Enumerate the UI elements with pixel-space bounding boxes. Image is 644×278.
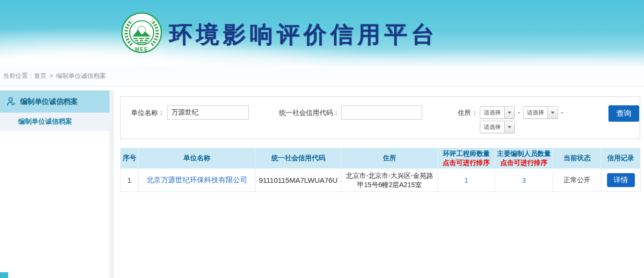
cell-credit-code: 91110115MA7LWUA76U [255,169,341,192]
cell-staff-count: 3 [495,169,553,192]
col-header-staff-count[interactable]: 主要编制人员数量 点击可进行排序 [495,148,553,169]
credit-code-input[interactable] [341,105,422,120]
credit-code-label: 统一社会信用代码： [273,105,340,120]
cell-company: 北京万源世纪环保科技有限公司 [139,169,255,192]
corner-accent-block [0,272,8,278]
sidebar-item-label: 编制单位诚信档案 [18,117,72,126]
sidebar-item-credit-archive[interactable]: 编制单位诚信档案 [0,113,109,131]
cell-index: 1 [121,169,139,192]
col-header-engineer-label: 环评工程师数量 [439,150,494,158]
col-header-index: 序号 [121,148,139,169]
city-select-value: 请选择 [523,107,547,118]
cell-engineer-count: 1 [438,169,495,192]
col-header-address: 住所 [341,148,438,169]
chevron-down-icon[interactable] [504,121,514,133]
sort-hint: 点击可进行排序 [496,159,552,167]
user-check-icon [6,96,16,107]
company-name-label: 单位名称： [125,105,165,120]
select-separator: - [561,106,563,119]
col-header-company: 单位名称 [139,148,255,169]
cell-credit-record: 详情 [601,169,641,192]
page: MEE 环境影响评价信用平台 当前位置：首页>编制单位诚信档案 编制单位诚信档案… [0,0,644,278]
address-label: 住所： [454,105,478,120]
col-header-status: 当前状态 [553,148,601,169]
col-header-credit-record: 信用记录 [601,148,641,169]
site-title: 环境影响评价信用平台 [169,19,438,50]
sort-hint: 点击可进行排序 [439,159,494,167]
province-select-value: 请选择 [480,107,504,118]
chevron-down-icon[interactable] [547,107,558,118]
province-select[interactable]: 请选择 [480,106,515,119]
city-select[interactable]: 请选择 [523,106,558,119]
site-header: MEE 环境影响评价信用平台 [0,0,644,66]
logo-text: MEE [135,47,148,52]
mee-logo: MEE [120,11,163,54]
cell-address: 北京市-北京市-大兴区-金苑路甲15号6幢2层A215室 [341,169,438,192]
table-header-row: 序号 单位名称 统一社会信用代码 住所 环评工程师数量 点击可进行排序 主要编制… [121,148,641,169]
chevron-down-icon[interactable] [504,107,514,118]
col-header-staff-label: 主要编制人员数量 [496,150,552,158]
breadcrumb-separator: > [49,72,53,79]
detail-button[interactable]: 详情 [607,173,635,187]
cell-status: 正常公开 [553,169,601,192]
select-separator: - [518,106,520,119]
company-name-input[interactable] [167,105,249,120]
sidebar-group-label: 编制单位诚信档案 [20,97,78,106]
results-table: 序号 单位名称 统一社会信用代码 住所 环评工程师数量 点击可进行排序 主要编制… [120,148,641,192]
table-row: 1 北京万源世纪环保科技有限公司 91110115MA7LWUA76U 北京市-… [121,169,641,192]
breadcrumb: 当前位置：首页>编制单位诚信档案 [0,66,644,87]
query-button[interactable]: 查询 [608,105,639,122]
search-panel: 单位名称： 统一社会信用代码： 住所： 请选择 - 请选择 - 请选择 查询 [120,96,640,139]
sidebar-group-credit-archive[interactable]: 编制单位诚信档案 [0,90,109,113]
breadcrumb-prefix: 当前位置： [3,72,34,79]
engineer-count-link[interactable]: 1 [464,177,468,184]
district-select-value: 请选择 [480,121,504,133]
breadcrumb-current: 编制单位诚信档案 [56,72,106,79]
company-link[interactable]: 北京万源世纪环保科技有限公司 [146,176,247,184]
sidebar: 编制单位诚信档案 编制单位诚信档案 [0,90,109,131]
col-header-code: 统一社会信用代码 [255,148,341,169]
staff-count-link[interactable]: 3 [522,177,526,184]
col-header-engineer-count[interactable]: 环评工程师数量 点击可进行排序 [438,148,495,169]
district-select[interactable]: 请选择 [480,121,515,133]
breadcrumb-home-link[interactable]: 首页 [34,72,47,79]
sidebar-divider [109,90,114,278]
